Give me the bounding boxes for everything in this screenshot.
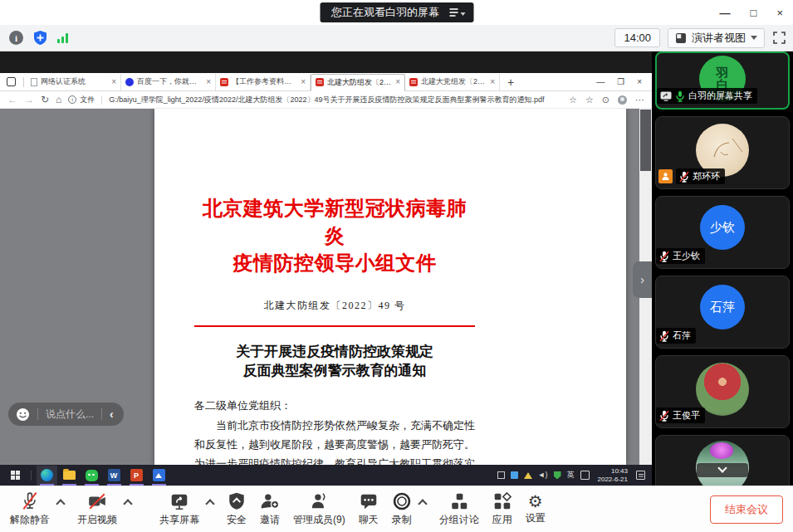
browser-menu-icon[interactable]: ⋯ <box>635 95 644 105</box>
new-tab-button[interactable]: + <box>507 76 514 89</box>
share-screen-icon <box>169 491 189 511</box>
invite-button[interactable]: 邀请 <box>260 491 280 527</box>
file-info-icon[interactable]: i <box>68 95 76 104</box>
start-button-icon[interactable] <box>11 471 20 480</box>
network-signal-icon[interactable] <box>57 33 68 43</box>
breakout-rooms-icon <box>449 491 469 511</box>
unmute-button[interactable]: 解除静音 <box>10 491 50 527</box>
tray-icon[interactable] <box>497 471 505 479</box>
settings-button[interactable]: ⚙ 设置 <box>526 493 546 525</box>
participants-sidebar: 羽 白 白羽的屏幕共享 <box>652 51 793 486</box>
collapse-chat-icon[interactable]: ‹ <box>110 408 114 420</box>
screen-menu-icon[interactable] <box>449 8 465 17</box>
tray-warning-icon[interactable] <box>524 472 532 479</box>
tab-close-icon[interactable]: × <box>490 78 495 86</box>
page-icon <box>31 78 37 86</box>
notification-center-icon[interactable] <box>636 471 645 480</box>
view-mode-dropdown[interactable]: 演讲者视图 <box>668 28 765 48</box>
browser-tab[interactable]: 【工作参考资料，不能发教职工 × <box>216 74 311 90</box>
profile-avatar-icon[interactable] <box>618 95 627 105</box>
tab-close-icon[interactable]: × <box>301 78 306 86</box>
taskbar-meeting-app-icon[interactable] <box>149 466 169 486</box>
chat-button[interactable]: 聊天 <box>359 491 379 527</box>
close-button[interactable]: × <box>776 7 783 18</box>
shared-desktop-top <box>0 51 652 73</box>
end-meeting-button[interactable]: 结束会议 <box>710 495 783 524</box>
taskbar-wechat-icon[interactable] <box>81 466 102 486</box>
taskbar-powerpoint-icon[interactable]: P <box>126 466 147 486</box>
manage-members-button[interactable]: 管理成员(9) <box>293 491 345 527</box>
browser-close-icon[interactable]: × <box>637 78 642 86</box>
scroll-down-button[interactable] <box>697 463 748 477</box>
participant-tile[interactable]: 石萍 石萍 <box>655 276 790 349</box>
participant-tile[interactable]: 羽 白 白羽的屏幕共享 <box>655 51 790 110</box>
invite-person-icon <box>260 491 280 511</box>
share-options-chevron[interactable] <box>205 499 214 508</box>
back-icon[interactable]: ← <box>7 95 17 105</box>
fullscreen-icon[interactable] <box>772 31 786 45</box>
record-button[interactable]: 录制 <box>392 491 412 527</box>
apps-button[interactable]: 应用 <box>492 491 512 527</box>
ime-icon[interactable] <box>580 471 590 480</box>
favorites-icon[interactable]: ☆ <box>585 95 594 105</box>
collections-icon[interactable]: ⊙ <box>602 95 609 105</box>
tray-speaker-icon[interactable]: ◄) <box>538 471 548 479</box>
participant-name: 郑环环 <box>693 170 720 183</box>
url-field[interactable]: G:/baiyu_理学院_light_2022/疫情2022/北建大防组发〔20… <box>109 95 562 105</box>
pdf-page: 北京建筑大学新型冠状病毒肺炎 疫情防控领导小组文件 北建大防组发〔2022〕49… <box>154 109 626 465</box>
maximize-button[interactable]: □ <box>751 7 757 18</box>
taskbar-clock[interactable]: 10:43 2022-6-21 <box>598 467 628 483</box>
participant-tile[interactable]: 郑环环 <box>655 116 790 189</box>
layout-view-icon <box>675 32 687 44</box>
breakout-rooms-button[interactable]: 分组讨论 <box>439 491 479 527</box>
browser-window-controls: — ❒ × <box>596 78 649 86</box>
share-screen-button[interactable]: 共享屏幕 <box>159 491 199 527</box>
panel-collapse-handle[interactable]: › <box>633 261 652 298</box>
taskbar-word-icon[interactable]: W <box>104 466 125 486</box>
window-titlebar: 您正在观看白羽的屏幕 — □ × <box>0 0 793 25</box>
tab-close-icon[interactable]: × <box>111 78 116 86</box>
tab-close-icon[interactable]: × <box>395 78 400 86</box>
host-badge-icon <box>658 169 673 183</box>
refresh-icon[interactable]: ↻ <box>41 95 49 105</box>
language-indicator[interactable]: 英 <box>567 470 575 481</box>
members-icon <box>309 491 329 511</box>
watching-screen-pill[interactable]: 您正在观看白羽的屏幕 <box>320 2 473 22</box>
pdf-scrollbar-thumb[interactable] <box>640 110 651 171</box>
meeting-info-icon[interactable]: i <box>9 31 23 45</box>
taskbar-edge-icon[interactable] <box>37 466 57 486</box>
shield-protect-icon[interactable] <box>32 30 48 46</box>
avatar: 少钦 <box>700 205 745 250</box>
browser-minimize-icon[interactable]: — <box>596 78 605 86</box>
pdf-icon <box>409 78 418 86</box>
home-icon[interactable]: ⌂ <box>56 95 61 105</box>
start-video-button[interactable]: 开启视频 <box>77 491 117 527</box>
browser-tab[interactable]: 网络认证系统 × <box>27 74 121 90</box>
baidu-icon <box>125 78 134 86</box>
tab-close-icon[interactable]: × <box>206 78 211 86</box>
minimize-button[interactable]: — <box>720 7 731 18</box>
bookmark-star-icon[interactable]: ☆ <box>569 95 577 105</box>
security-button[interactable]: 安全 <box>227 491 247 527</box>
mic-muted-icon <box>659 251 669 262</box>
video-options-chevron[interactable] <box>123 499 132 508</box>
forward-icon[interactable]: → <box>24 95 34 105</box>
doc-body-line: 当前北京市疫情防控形势依然严峻复杂，充满不确定性 <box>194 416 475 435</box>
tab-actions-icon[interactable] <box>7 77 16 86</box>
browser-tab[interactable]: 百度一下，你就知道 × <box>121 74 216 90</box>
chat-bubble-icon <box>359 491 379 511</box>
participant-tile[interactable] <box>655 435 790 486</box>
browser-restore-icon[interactable]: ❒ <box>617 78 624 86</box>
taskbar-explorer-icon[interactable] <box>59 466 80 486</box>
record-options-chevron[interactable] <box>418 499 427 508</box>
browser-tab-active[interactable]: 北建大防组发〔2022〕49号关于 × <box>311 74 405 91</box>
chat-input[interactable]: 说点什么... <box>46 408 94 422</box>
mic-options-chevron[interactable] <box>56 499 65 508</box>
emoji-icon[interactable] <box>16 408 30 422</box>
browser-tab[interactable]: 北建大党组发〔2022〕21号关于 × <box>405 74 500 90</box>
participant-tile[interactable]: 少钦 王少钦 <box>655 196 790 269</box>
tray-security-icon[interactable] <box>554 471 561 480</box>
tray-icon[interactable] <box>511 471 518 479</box>
doc-body-line: 和反复性，越到收尾阶段，越要高度警惕，越要严防死守。 <box>194 435 475 454</box>
participant-tile[interactable]: 王俊平 <box>655 355 790 428</box>
